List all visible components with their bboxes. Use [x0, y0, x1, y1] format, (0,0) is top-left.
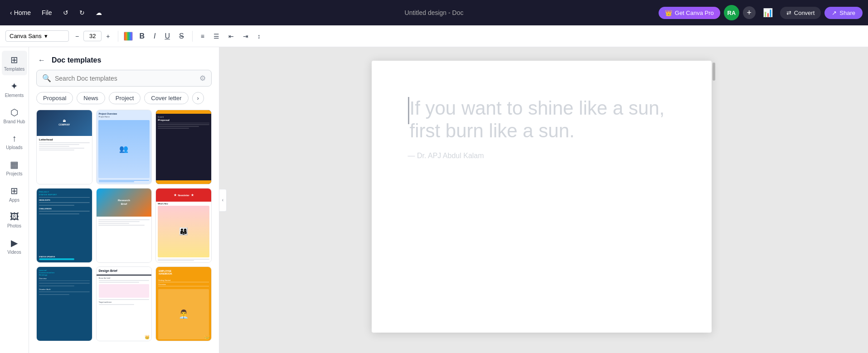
hide-panel-button[interactable]: ‹ — [219, 189, 227, 212]
home-label: Home — [14, 9, 31, 16]
template-card-event-proposal[interactable]: Event Proposal — [155, 110, 212, 184]
divider-1 — [118, 31, 118, 42]
convert-button[interactable]: ⇄ Convert — [780, 7, 821, 19]
templates-grid: 🏔COMPANY Letterhead Projec — [29, 110, 219, 348]
filter-tag-project[interactable]: Project — [109, 92, 141, 104]
font-family-select[interactable]: Canva Sans ▾ — [5, 30, 69, 42]
increase-indent-button[interactable]: ⇥ — [240, 31, 251, 42]
elements-icon: ✦ — [10, 81, 18, 92]
panel-back-button[interactable]: ← — [36, 54, 47, 66]
search-input[interactable] — [55, 75, 196, 82]
chevron-left-icon: ‹ — [10, 9, 12, 16]
undo-button[interactable]: ↺ — [58, 6, 73, 19]
topbar-left: ‹ Home File ↺ ↻ ☁ — [5, 6, 107, 19]
quote-text[interactable]: If you want to shine like a sun, first b… — [408, 97, 675, 143]
font-size-control: − + — [73, 31, 112, 42]
apps-icon: ⊞ — [10, 185, 18, 196]
sidebar-item-photos[interactable]: 🖼 Photos — [2, 208, 27, 232]
share-icon: ↗ — [832, 10, 837, 16]
add-collaborator-button[interactable]: + — [743, 6, 756, 19]
templates-icon: ⊞ — [10, 54, 18, 65]
template-card-letterhead[interactable]: 🏔COMPANY Letterhead — [36, 110, 92, 184]
scrollbar-thumb[interactable] — [713, 63, 715, 81]
avatar-initials: RA — [727, 10, 736, 16]
panel-title: Doc templates — [52, 56, 101, 64]
home-button[interactable]: ‹ Home — [5, 6, 35, 19]
photos-label: Photos — [7, 223, 21, 228]
increase-font-size-button[interactable]: + — [103, 31, 112, 42]
filter-icon[interactable]: ⚙ — [199, 74, 206, 82]
crown-icon-design-brief: 👑 — [145, 335, 150, 339]
redo-button[interactable]: ↻ — [75, 6, 89, 19]
elements-label: Elements — [5, 93, 24, 98]
topbar-right: 👑 Get Canva Pro RA + 📊 ⇄ Convert ↗ Share — [659, 5, 863, 20]
brand-hub-label: Brand Hub — [4, 119, 25, 124]
dropdown-chevron-icon: ▾ — [44, 33, 48, 39]
filter-tags: Proposal News Project Cover letter › — [29, 92, 219, 110]
cloud-save-button[interactable]: ☁ — [91, 6, 107, 19]
decrease-indent-button[interactable]: ⇤ — [226, 31, 237, 42]
uploads-label: Uploads — [6, 145, 23, 150]
templates-panel: ← Doc templates 🔍 ⚙ Proposal News Projec… — [29, 47, 219, 353]
italic-button[interactable]: I — [151, 30, 158, 42]
sidebar-item-brand-hub[interactable]: ⬡ Brand Hub — [2, 103, 27, 128]
align-left-button[interactable]: ≡ — [198, 31, 207, 42]
filter-tag-more-button[interactable]: › — [192, 92, 204, 104]
font-name: Canva Sans — [10, 33, 42, 39]
sidebar-item-uploads[interactable]: ↑ Uploads — [2, 130, 27, 154]
filter-tag-cover-letter[interactable]: Cover letter — [144, 92, 188, 104]
attribution-text[interactable]: — Dr. APJ Abdul Kalam — [408, 152, 675, 160]
convert-icon: ⇄ — [786, 10, 791, 16]
user-avatar-button[interactable]: RA — [724, 5, 739, 20]
line-spacing-button[interactable]: ↕ — [255, 31, 263, 42]
bold-button[interactable]: B — [136, 30, 147, 42]
file-button[interactable]: File — [37, 6, 57, 19]
document-canvas[interactable]: If you want to shine like a sun, first b… — [372, 61, 712, 333]
panel-header: ← Doc templates — [29, 47, 219, 70]
template-card-internal-comm[interactable]: InternalCommunicationStrategy Overview S… — [36, 266, 92, 341]
underline-button[interactable]: U — [162, 30, 173, 42]
divider-2 — [192, 31, 193, 42]
sidebar-item-templates[interactable]: ⊞ Templates — [2, 51, 27, 75]
text-color-swatch[interactable] — [124, 32, 133, 41]
template-card-employee-handbook[interactable]: EMPLOYEEHANDBOOK Getting Started Overvie… — [155, 266, 212, 341]
videos-icon: ▶ — [11, 237, 18, 248]
bullet-list-button[interactable]: ☰ — [211, 31, 222, 42]
sidebar-item-elements[interactable]: ✦ Elements — [2, 77, 27, 102]
filter-tag-proposal[interactable]: Proposal — [36, 92, 73, 104]
strikethrough-button[interactable]: S — [176, 30, 187, 42]
brand-hub-icon: ⬡ — [10, 107, 18, 118]
icon-sidebar: ⊞ Templates ✦ Elements ⬡ Brand Hub ↑ Upl… — [0, 47, 29, 353]
crown-icon: 👑 — [665, 10, 672, 16]
template-card-research-brief[interactable]: ResearchBrief — [96, 188, 152, 263]
template-card-project-overview[interactable]: Project Overview Project Name 👥 — [96, 110, 152, 184]
uploads-icon: ↑ — [12, 133, 17, 144]
convert-label: Convert — [794, 10, 815, 16]
get-pro-label: Get Canva Pro — [675, 10, 714, 16]
template-card-design-brief[interactable]: Design Brief Know the brief Target audie… — [96, 266, 152, 341]
template-card-newsletter[interactable]: ★ Newsletter ★ What's New 👨‍👩‍👧 — [155, 188, 212, 263]
get-canva-pro-button[interactable]: 👑 Get Canva Pro — [659, 7, 720, 19]
sidebar-item-videos[interactable]: ▶ Videos — [2, 234, 27, 258]
search-bar: 🔍 ⚙ — [36, 70, 212, 87]
font-size-input[interactable] — [83, 31, 102, 41]
template-card-project-status-report[interactable]: PROJECT STATUS REPORT HIGHLIGHTS CHALLEN… — [36, 188, 92, 263]
share-label: Share — [839, 10, 855, 16]
topbar: ‹ Home File ↺ ↻ ☁ Untitled design - Doc … — [0, 0, 868, 25]
file-label: File — [42, 9, 52, 16]
analytics-button[interactable]: 📊 — [759, 6, 776, 19]
decrease-font-size-button[interactable]: − — [73, 31, 82, 42]
photos-icon: 🖼 — [10, 212, 19, 222]
projects-label: Projects — [6, 171, 22, 176]
formatting-toolbar: Canva Sans ▾ − + B I U S ≡ ☰ ⇤ ⇥ ↕ — [0, 25, 868, 47]
vertical-scrollbar[interactable] — [712, 61, 716, 82]
sidebar-item-apps[interactable]: ⊞ Apps — [2, 182, 27, 206]
filter-tag-news[interactable]: News — [77, 92, 105, 104]
main-layout: ⊞ Templates ✦ Elements ⬡ Brand Hub ↑ Upl… — [0, 47, 868, 353]
templates-label: Templates — [4, 67, 25, 72]
document-title: Untitled design - Doc — [405, 9, 464, 16]
text-cursor — [408, 97, 409, 124]
search-icon: 🔍 — [42, 74, 51, 82]
sidebar-item-projects[interactable]: ▦ Projects — [2, 155, 27, 180]
share-button[interactable]: ↗ Share — [824, 7, 863, 19]
